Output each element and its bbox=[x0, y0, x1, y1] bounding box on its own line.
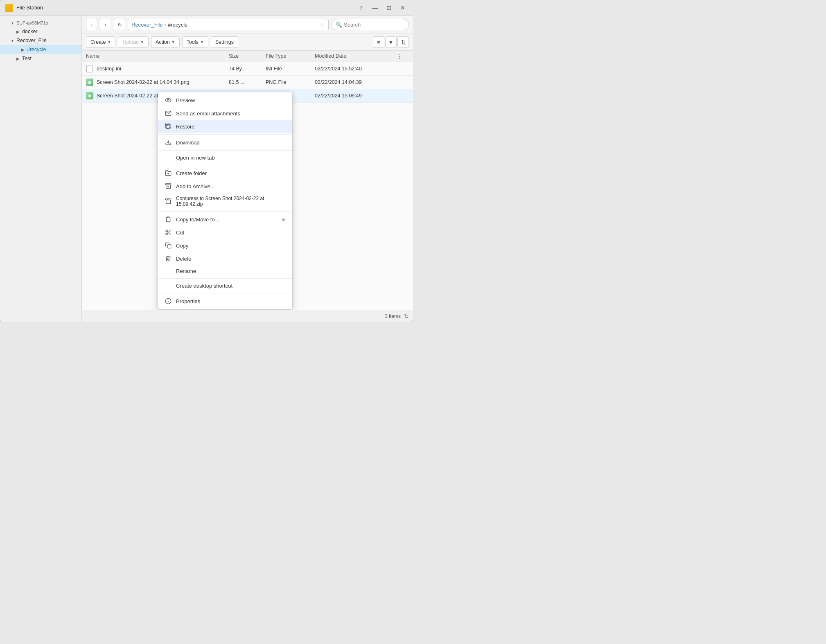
menu-item-download[interactable]: Download bbox=[158, 136, 292, 149]
search-box[interactable]: 🔍 bbox=[331, 19, 409, 30]
col-options: ⋮ bbox=[397, 53, 409, 59]
settings-label: Settings bbox=[215, 39, 234, 45]
status-refresh-button[interactable]: ↻ bbox=[404, 313, 409, 320]
upload-button[interactable]: Upload ▼ bbox=[118, 36, 149, 48]
upload-dropdown-icon: ▼ bbox=[140, 40, 144, 44]
menu-item-delete[interactable]: Delete bbox=[158, 252, 292, 265]
svg-rect-15 bbox=[167, 245, 171, 248]
file-list-header: Name Size File Type Modified Date ⋮ bbox=[82, 51, 413, 62]
svg-rect-6 bbox=[165, 184, 171, 185]
sidebar-item-recover-file[interactable]: ▾ Recover_File bbox=[0, 36, 81, 45]
menu-item-desktop-shortcut[interactable]: Create desktop shortcut bbox=[158, 280, 292, 292]
file-size: 74 By... bbox=[229, 66, 266, 72]
file-browser: ‹ › ↻ Recover_File › #recycle ☆ 🔍 Create bbox=[82, 16, 413, 322]
path-part-2[interactable]: #recycle bbox=[168, 22, 187, 28]
file-icon-png: ▣ bbox=[86, 79, 93, 86]
forward-button[interactable]: › bbox=[100, 19, 111, 30]
svg-point-0 bbox=[165, 98, 171, 102]
file-modified: 02/22/2024 15:52:40 bbox=[315, 66, 397, 72]
file-modified: 02/22/2024 14:04:39 bbox=[315, 79, 397, 85]
submenu-arrow-icon: ▶ bbox=[282, 217, 286, 222]
sidebar-item-recycle[interactable]: ▶ #recycle bbox=[0, 45, 81, 54]
menu-item-rename[interactable]: Rename bbox=[158, 265, 292, 277]
settings-button[interactable]: Settings bbox=[211, 36, 238, 48]
menu-item-email[interactable]: Send as email attachments bbox=[158, 107, 292, 120]
file-list: Name Size File Type Modified Date ⋮ desk… bbox=[82, 51, 413, 310]
refresh-button[interactable]: ↻ bbox=[114, 19, 125, 30]
favorite-star-icon[interactable]: ☆ bbox=[320, 21, 325, 28]
recover-arrow-icon: ▾ bbox=[10, 38, 15, 43]
window-controls: ? — ⊡ ✕ bbox=[356, 2, 408, 13]
help-button[interactable]: ? bbox=[356, 2, 366, 13]
maximize-button[interactable]: ⊡ bbox=[384, 2, 394, 13]
separator bbox=[158, 150, 292, 151]
action-toolbar: Create ▼ Upload ▼ Action ▼ Tools ▼ Setti… bbox=[82, 34, 413, 51]
col-size[interactable]: Size bbox=[229, 53, 266, 59]
file-type: PNG File bbox=[266, 79, 315, 85]
menu-item-create-folder[interactable]: Create folder bbox=[158, 167, 292, 180]
sidebar-item-user: ▾ SUP-gv98M71o bbox=[0, 19, 81, 27]
copy-icon bbox=[165, 242, 172, 249]
item-count: 3 items bbox=[385, 313, 401, 319]
action-button[interactable]: Action ▼ bbox=[151, 36, 180, 48]
copy-move-label: Copy to/Move to ... bbox=[176, 216, 278, 223]
menu-item-properties[interactable]: Properties bbox=[158, 295, 292, 308]
sidebar-item-docker[interactable]: ▶ docker bbox=[0, 27, 81, 36]
sidebar-user-label: SUP-gv98M71o bbox=[16, 20, 78, 25]
path-part-1[interactable]: Recover_File bbox=[131, 22, 163, 28]
svg-rect-8 bbox=[165, 199, 171, 200]
action-label: Action bbox=[156, 39, 170, 45]
menu-item-preview[interactable]: Preview bbox=[158, 94, 292, 107]
separator bbox=[158, 293, 292, 293]
file-name: Screen Shot 2024-02-22 at 14.04.34.png bbox=[97, 79, 190, 85]
minimize-button[interactable]: — bbox=[370, 2, 380, 13]
separator bbox=[158, 134, 292, 135]
file-icon-generic bbox=[86, 65, 93, 72]
col-name[interactable]: Name bbox=[86, 53, 229, 59]
titlebar: File Station ? — ⊡ ✕ bbox=[0, 0, 413, 16]
view-options-button[interactable]: ▼ bbox=[385, 36, 397, 48]
search-icon: 🔍 bbox=[336, 22, 342, 28]
create-button[interactable]: Create ▼ bbox=[86, 36, 115, 48]
menu-item-open-tab[interactable]: Open in new tab bbox=[158, 152, 292, 164]
main-content: ▾ SUP-gv98M71o ▶ docker ▾ Recover_File ▶… bbox=[0, 16, 413, 322]
separator bbox=[158, 278, 292, 279]
app-icon bbox=[5, 4, 13, 12]
menu-item-add-archive[interactable]: Add to Archive... bbox=[158, 180, 292, 193]
menu-item-compress[interactable]: Compress to Screen Shot 2024-02-22 at 15… bbox=[158, 193, 292, 210]
search-input[interactable] bbox=[344, 22, 401, 28]
col-modified[interactable]: Modified Date bbox=[315, 53, 397, 59]
svg-line-14 bbox=[167, 231, 168, 232]
copy-label: Copy bbox=[176, 243, 286, 249]
sort-button[interactable]: ⇅ bbox=[397, 36, 409, 48]
compress-icon bbox=[165, 198, 172, 205]
compress-label: Compress to Screen Shot 2024-02-22 at 15… bbox=[176, 196, 286, 207]
tools-label: Tools bbox=[187, 39, 199, 45]
restore-icon bbox=[165, 123, 172, 130]
svg-point-1 bbox=[167, 99, 169, 101]
download-label: Download bbox=[176, 140, 286, 146]
menu-item-copy[interactable]: Copy bbox=[158, 239, 292, 252]
list-view-button[interactable]: ≡ bbox=[373, 36, 384, 48]
svg-rect-9 bbox=[167, 217, 169, 218]
menu-item-copy-move[interactable]: Copy to/Move to ... ▶ bbox=[158, 213, 292, 226]
delete-label: Delete bbox=[176, 256, 286, 262]
close-button[interactable]: ✕ bbox=[397, 2, 408, 13]
menu-item-cut[interactable]: Cut bbox=[158, 226, 292, 239]
sidebar-item-test[interactable]: ▶ Test bbox=[0, 54, 81, 63]
svg-point-11 bbox=[166, 233, 167, 235]
tools-button[interactable]: Tools ▼ bbox=[182, 36, 208, 48]
col-type[interactable]: File Type bbox=[266, 53, 315, 59]
sidebar-docker-label: docker bbox=[22, 29, 78, 34]
svg-line-13 bbox=[169, 233, 171, 235]
open-tab-label: Open in new tab bbox=[176, 155, 286, 161]
path-separator-icon: › bbox=[165, 22, 166, 28]
back-button[interactable]: ‹ bbox=[86, 19, 97, 30]
menu-item-restore[interactable]: Restore bbox=[158, 120, 292, 133]
properties-label: Properties bbox=[176, 298, 286, 304]
file-name-cell: ▣ Screen Shot 2024-02-22 at 14.04.34.png bbox=[86, 79, 229, 86]
desktop-shortcut-label: Create desktop shortcut bbox=[176, 283, 286, 289]
table-row[interactable]: desktop.ini 74 By... INI File 02/22/2024… bbox=[82, 62, 413, 76]
table-row[interactable]: ▣ Screen Shot 2024-02-22 at 14.04.34.png… bbox=[82, 76, 413, 89]
rename-label: Rename bbox=[176, 268, 286, 274]
